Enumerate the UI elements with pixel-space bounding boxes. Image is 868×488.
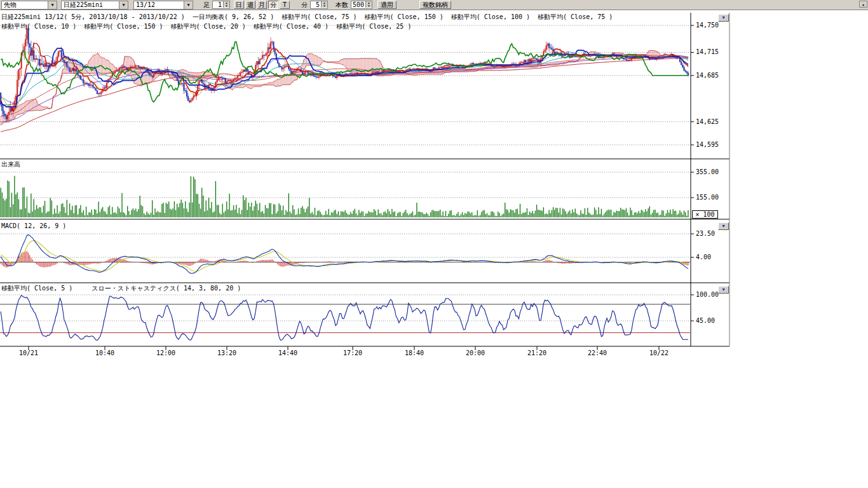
- period-button[interactable]: 分: [268, 1, 278, 9]
- chevron-down-icon[interactable]: ▼: [48, 1, 57, 9]
- legend-item: 移動平均( Close, 150 ): [364, 13, 443, 20]
- bar-type-label: 足: [203, 1, 210, 10]
- macd-panel-graphics: [0, 234, 690, 273]
- spinner-arrows-icon[interactable]: ▲▼: [321, 1, 327, 8]
- legend-item: 移動平均( Close, 10 ): [1, 23, 76, 30]
- macd-panel-dropdown-button[interactable]: ▼: [718, 222, 729, 230]
- chevron-down-icon[interactable]: ▼: [184, 1, 193, 9]
- chart-canvas[interactable]: [0, 0, 868, 362]
- bar-interval-spinner[interactable]: 1 ▲▼: [212, 1, 230, 9]
- symbol-value: 日経225mini: [62, 1, 119, 10]
- minute-spinner[interactable]: 5 ▲▼: [310, 1, 328, 9]
- macd-panel-title: MACD( 12, 26, 9 ): [1, 222, 66, 229]
- period-button[interactable]: 月: [257, 1, 267, 9]
- price-panel-graphics: [0, 25, 690, 145]
- period-button[interactable]: 週: [245, 1, 255, 9]
- instrument-category-select[interactable]: 先物 ▼: [1, 1, 57, 10]
- legend-item: 一目均衡表( 9, 26, 52 ): [193, 13, 274, 20]
- legend-item: 移動平均( Close, 75 ): [281, 13, 356, 20]
- legend-item: 移動平均( Close, 20 ): [171, 23, 246, 30]
- legend-item: 移動平均( Close, 100 ): [451, 13, 530, 20]
- volume-panel-graphics: [0, 172, 690, 217]
- period-button-group: 日週月分T: [234, 1, 291, 9]
- contract-month-select[interactable]: 13/12 ▼: [133, 1, 193, 10]
- bar-count-label: 本数: [336, 1, 348, 10]
- main-toolbar: 先物 ▼ 日経225mini ▼ 13/12 ▼ 足 1 ▲▼ 日週月分T 分 …: [0, 0, 868, 10]
- bar-interval-value: 1: [213, 1, 223, 8]
- instrument-category-value: 先物: [2, 1, 48, 10]
- stoch-panel-title: 移動平均( Close, 5 ) スロー・ストキャスティクス( 14, 3, 8…: [1, 284, 241, 293]
- minute-value: 5: [311, 1, 321, 8]
- contract-month-value: 13/12: [134, 1, 184, 8]
- spinner-arrows-icon[interactable]: ▲▼: [365, 1, 372, 8]
- chevron-down-icon[interactable]: ▼: [119, 1, 128, 9]
- stoch-k-line: [1, 295, 688, 341]
- bar-count-value: 500: [351, 1, 365, 8]
- macd-signal-line: [1, 241, 688, 271]
- chart-legend-line2: 移動平均( Close, 10 )移動平均( Close, 150 )移動平均(…: [1, 22, 419, 31]
- legend-item: 移動平均( Close, 150 ): [84, 23, 163, 30]
- scrollbar-up-icon[interactable]: ▲: [859, 1, 867, 8]
- price-panel-dropdown-button[interactable]: ▼: [718, 14, 729, 22]
- spinner-arrows-icon[interactable]: ▲▼: [223, 1, 229, 8]
- period-button[interactable]: T: [280, 1, 290, 9]
- macd-histogram: [1, 251, 688, 268]
- stoch-ma-title: 移動平均( Close, 5 ): [1, 285, 72, 292]
- stoch-indicator-title: スロー・ストキャスティクス( 14, 3, 80, 20 ): [92, 285, 241, 292]
- volume-panel-title: 出来高: [1, 160, 20, 169]
- bar-count-spinner[interactable]: 500 ▲▼: [351, 1, 372, 9]
- macd-line: [1, 235, 688, 274]
- multi-symbol-button[interactable]: 複数銘柄: [419, 1, 451, 9]
- chart-legend-line1: 日経225mini 13/12( 5分, 2013/10/18 - 2013/1…: [1, 13, 620, 22]
- volume-multiplier-badge: × 100: [692, 210, 718, 219]
- legend-item: 移動平均( Close, 75 ): [538, 13, 613, 20]
- symbol-select[interactable]: 日経225mini ▼: [61, 1, 128, 10]
- stoch-panel-dropdown-button[interactable]: ▼: [718, 286, 729, 294]
- period-button[interactable]: 日: [234, 1, 244, 9]
- legend-item: 日経225mini 13/12( 5分, 2013/10/18 - 2013/1…: [1, 13, 185, 20]
- legend-item: 移動平均( Close, 25 ): [336, 23, 411, 30]
- stoch-panel-graphics: [0, 295, 690, 341]
- minute-label: 分: [301, 1, 308, 10]
- apply-button[interactable]: 適用: [377, 1, 397, 9]
- volume-bars: [1, 176, 688, 217]
- legend-item: 移動平均( Close, 40 ): [254, 23, 329, 30]
